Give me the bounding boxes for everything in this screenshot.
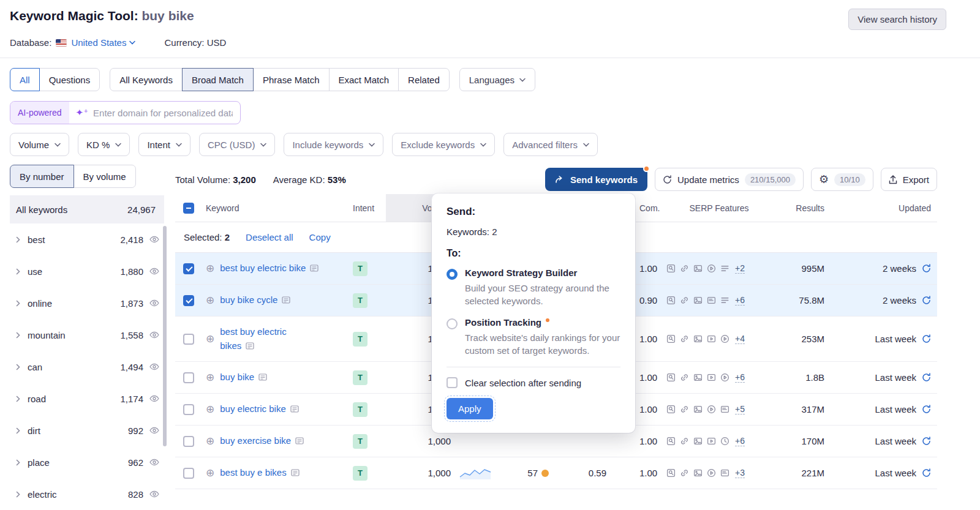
select-all-checkbox[interactable] bbox=[183, 203, 194, 214]
clear-selection-row[interactable]: Clear selection after sending bbox=[447, 377, 620, 388]
keyword-link[interactable]: best buy electric bike bbox=[220, 263, 306, 273]
add-keyword-icon[interactable]: ⊕ bbox=[206, 404, 214, 414]
clear-selection-checkbox[interactable] bbox=[447, 377, 458, 388]
refresh-row-icon[interactable] bbox=[922, 437, 931, 446]
expand-chevron-icon[interactable] bbox=[16, 364, 20, 370]
add-keyword-icon[interactable]: ⊕ bbox=[206, 372, 214, 383]
sort-by-volume-button[interactable]: By volume bbox=[74, 165, 136, 188]
keyword-group-row[interactable]: place 962 bbox=[10, 446, 164, 478]
add-keyword-icon[interactable]: ⊕ bbox=[206, 263, 214, 274]
header-serp-features[interactable]: SERP Features bbox=[664, 194, 774, 222]
filter-volume[interactable]: Volume bbox=[10, 133, 69, 156]
keyword-group-row[interactable]: can 1,494 bbox=[10, 351, 164, 383]
tab-all-keywords[interactable]: All Keywords bbox=[110, 68, 183, 91]
serp-features-more-link[interactable]: +6 bbox=[735, 295, 745, 306]
serp-preview-icon[interactable] bbox=[290, 405, 299, 413]
add-keyword-icon[interactable]: ⊕ bbox=[206, 468, 214, 478]
copy-link[interactable]: Copy bbox=[309, 232, 331, 242]
keyword-link[interactable]: best buy e bikes bbox=[220, 467, 286, 478]
eye-icon[interactable] bbox=[149, 236, 159, 243]
refresh-row-icon[interactable] bbox=[922, 373, 931, 382]
languages-dropdown[interactable]: Languages bbox=[459, 68, 535, 91]
serp-features-more-link[interactable]: +3 bbox=[735, 468, 745, 478]
tab-exact-match[interactable]: Exact Match bbox=[329, 68, 399, 91]
update-metrics-button[interactable]: Update metrics 210/15,000 bbox=[655, 168, 804, 191]
serp-preview-icon[interactable] bbox=[291, 469, 300, 476]
add-keyword-icon[interactable]: ⊕ bbox=[206, 295, 214, 306]
keyword-link[interactable]: buy bike cycle bbox=[220, 294, 277, 305]
keyword-group-row[interactable]: use 1,880 bbox=[10, 255, 164, 287]
eye-icon[interactable] bbox=[149, 268, 159, 275]
keyword-link[interactable]: buy electric bike bbox=[220, 403, 286, 414]
header-results[interactable]: Results bbox=[774, 194, 829, 222]
eye-icon[interactable] bbox=[149, 427, 159, 434]
export-button[interactable]: Export bbox=[881, 168, 937, 191]
keyword-group-row[interactable]: mountain 1,558 bbox=[10, 319, 164, 351]
serp-preview-icon[interactable] bbox=[310, 264, 318, 272]
view-search-history-button[interactable]: View search history bbox=[848, 9, 946, 30]
expand-chevron-icon[interactable] bbox=[16, 427, 20, 434]
radio-position-tracking[interactable] bbox=[447, 318, 458, 329]
radio-keyword-strategy-builder[interactable] bbox=[447, 269, 458, 280]
filter-cpc[interactable]: CPC (USD) bbox=[199, 133, 276, 156]
header-updated[interactable]: Updated bbox=[829, 194, 937, 222]
expand-chevron-icon[interactable] bbox=[16, 491, 20, 498]
keyword-link[interactable]: buy bike bbox=[220, 372, 254, 382]
send-option-1[interactable]: Position Tracking Track website's daily … bbox=[447, 317, 620, 357]
sidebar-scrollbar[interactable] bbox=[163, 226, 167, 446]
send-keywords-button[interactable]: Send keywords bbox=[545, 168, 647, 191]
sort-by-number-button[interactable]: By number bbox=[10, 165, 74, 188]
keyword-group-row[interactable]: dirt 992 bbox=[10, 414, 164, 446]
send-option-0[interactable]: Keyword Strategy Builder Build your SEO … bbox=[447, 268, 620, 307]
apply-button[interactable]: Apply bbox=[447, 398, 493, 419]
keyword-group-row[interactable]: electric 828 bbox=[10, 478, 164, 510]
header-keyword[interactable]: Keyword bbox=[202, 194, 347, 222]
eye-icon[interactable] bbox=[149, 395, 159, 402]
filter-kd[interactable]: KD % bbox=[78, 133, 130, 156]
eye-icon[interactable] bbox=[149, 490, 159, 498]
keyword-group-row[interactable]: best 2,418 bbox=[10, 223, 164, 255]
add-keyword-icon[interactable]: ⊕ bbox=[206, 334, 214, 344]
all-keywords-row[interactable]: All keywords 24,967 bbox=[10, 195, 164, 223]
filter-intent[interactable]: Intent bbox=[138, 133, 190, 156]
serp-preview-icon[interactable] bbox=[258, 373, 267, 381]
expand-chevron-icon[interactable] bbox=[16, 268, 20, 275]
serp-features-more-link[interactable]: +6 bbox=[735, 372, 745, 383]
header-intent[interactable]: Intent bbox=[347, 194, 386, 222]
domain-input[interactable] bbox=[88, 108, 240, 118]
eye-icon[interactable] bbox=[149, 299, 159, 307]
refresh-row-icon[interactable] bbox=[922, 264, 931, 273]
expand-chevron-icon[interactable] bbox=[16, 236, 20, 243]
refresh-row-icon[interactable] bbox=[922, 405, 931, 414]
eye-icon[interactable] bbox=[149, 459, 159, 466]
filter-advanced[interactable]: Advanced filters bbox=[503, 133, 598, 156]
row-checkbox[interactable] bbox=[183, 404, 194, 415]
eye-icon[interactable] bbox=[149, 331, 159, 339]
table-row[interactable]: ⊕ best buy e bikes T 1,000 57 0.59 1.00 … bbox=[175, 457, 937, 489]
row-checkbox[interactable] bbox=[183, 334, 194, 345]
expand-chevron-icon[interactable] bbox=[16, 300, 20, 307]
keyword-group-row[interactable]: online 1,873 bbox=[10, 287, 164, 319]
expand-chevron-icon[interactable] bbox=[16, 396, 20, 402]
keyword-group-row[interactable]: road 1,174 bbox=[10, 383, 164, 414]
filter-include-keywords[interactable]: Include keywords bbox=[284, 133, 383, 156]
keyword-link[interactable]: buy exercise bike bbox=[220, 435, 291, 446]
row-checkbox[interactable] bbox=[183, 468, 194, 479]
row-checkbox[interactable] bbox=[183, 295, 194, 306]
serp-features-more-link[interactable]: +5 bbox=[735, 404, 745, 414]
add-keyword-icon[interactable]: ⊕ bbox=[206, 436, 214, 446]
refresh-row-icon[interactable] bbox=[922, 296, 931, 305]
expand-chevron-icon[interactable] bbox=[16, 332, 20, 339]
eye-icon[interactable] bbox=[149, 363, 159, 370]
settings-button[interactable]: ⚙ 10/10 bbox=[811, 168, 873, 191]
tab-phrase-match[interactable]: Phrase Match bbox=[253, 68, 330, 91]
serp-features-more-link[interactable]: +2 bbox=[735, 263, 745, 274]
serp-preview-icon[interactable] bbox=[246, 342, 254, 350]
serp-features-more-link[interactable]: +4 bbox=[735, 334, 745, 344]
database-selector[interactable]: United States bbox=[71, 37, 135, 48]
tab-all[interactable]: All bbox=[10, 68, 40, 91]
refresh-row-icon[interactable] bbox=[922, 334, 931, 343]
row-checkbox[interactable] bbox=[183, 263, 194, 274]
deselect-all-link[interactable]: Deselect all bbox=[246, 232, 293, 242]
serp-preview-icon[interactable] bbox=[282, 296, 290, 304]
